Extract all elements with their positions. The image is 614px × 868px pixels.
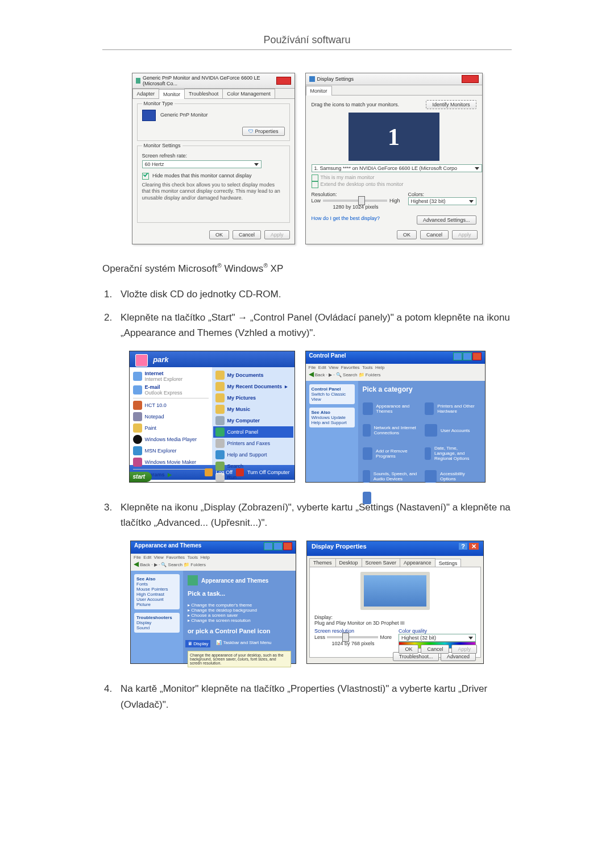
- resolution-label: Screen resolution: [314, 628, 392, 634]
- start-item[interactable]: Notepad: [133, 411, 209, 422]
- task-link[interactable]: ▸ Change the computer's theme: [188, 603, 291, 608]
- colors-select[interactable]: Highest (32 bit): [408, 197, 476, 205]
- logoff-label[interactable]: Log Off: [216, 470, 233, 475]
- cancel-button[interactable]: Cancel: [420, 230, 449, 239]
- start-item[interactable]: Windows Movie Maker: [133, 456, 209, 468]
- maximize-icon[interactable]: [463, 352, 472, 360]
- tab-themes[interactable]: Themes: [309, 558, 336, 567]
- or-pick-header: or pick a Control Panel icon: [188, 628, 291, 634]
- cancel-button[interactable]: Cancel: [233, 230, 261, 239]
- ok-button[interactable]: OK: [209, 230, 229, 239]
- tab-appearance[interactable]: Appearance: [400, 558, 435, 567]
- start-item[interactable]: MSN Explorer: [133, 445, 209, 456]
- apply-button[interactable]: Apply: [451, 645, 477, 654]
- start-button[interactable]: start: [130, 472, 152, 482]
- category-item[interactable]: Add or Remove Programs: [363, 446, 418, 461]
- display-select[interactable]: 1. Samsung **** on NVIDIA GeForce 6600 L…: [312, 164, 482, 172]
- resolution-slider[interactable]: [327, 636, 378, 638]
- category-item[interactable]: Printers and Other Hardware: [425, 402, 480, 415]
- apply-button[interactable]: Apply: [452, 230, 478, 239]
- start-item[interactable]: My Documents: [215, 369, 291, 381]
- tab-monitor[interactable]: Monitor: [159, 89, 185, 99]
- advanced-settings-button[interactable]: Advanced Settings...: [417, 215, 476, 225]
- back-icon[interactable]: ◀: [309, 370, 314, 378]
- monitor-icon: [142, 110, 156, 121]
- category-item[interactable]: Performance and Maintenance: [363, 492, 418, 504]
- forward-icon[interactable]: ▶: [329, 372, 332, 377]
- slider-more: More: [380, 634, 392, 640]
- identify-monitors-button[interactable]: Identify Monitors: [426, 100, 476, 109]
- close-icon[interactable]: [283, 542, 292, 550]
- resolution-value: 1024 by 768 pixels: [314, 641, 392, 646]
- category-icon: [363, 402, 373, 415]
- tab-screensaver[interactable]: Screen Saver: [362, 558, 401, 567]
- start-item[interactable]: HCT 10.0: [133, 400, 209, 411]
- chevron-down-icon: [475, 167, 479, 170]
- category-item[interactable]: Appearance and Themes: [363, 402, 418, 415]
- toolbar: File Edit View Favorites Tools Help ◀ Ba…: [306, 364, 485, 382]
- best-display-link[interactable]: How do I get the best display?: [312, 215, 380, 225]
- maximize-icon[interactable]: [273, 542, 283, 550]
- tab-monitor[interactable]: Monitor: [306, 86, 332, 95]
- user-avatar-icon: [135, 354, 148, 367]
- start-item[interactable]: My Music: [215, 404, 291, 415]
- tab-desktop[interactable]: Desktop: [335, 558, 362, 567]
- sidebar-link[interactable]: Windows Update: [312, 415, 346, 420]
- help-icon: [215, 450, 225, 459]
- start-item[interactable]: Printers and Faxes: [215, 438, 291, 449]
- close-icon[interactable]: [276, 77, 291, 85]
- sidebar-box: See AlsoFontsMouse PointersHigh Contrast…: [134, 574, 180, 609]
- help-icon[interactable]: ?: [459, 543, 467, 550]
- user-name: park: [153, 356, 168, 364]
- ok-button[interactable]: OK: [399, 645, 418, 654]
- sidebar-box: TroubleshootersDisplaySound: [134, 613, 180, 633]
- start-item[interactable]: Help and Support: [215, 449, 291, 460]
- category-item[interactable]: Network and Internet Connections: [363, 424, 418, 437]
- ok-button[interactable]: OK: [397, 230, 417, 239]
- category-item[interactable]: Date, Time, Language, and Regional Optio…: [425, 446, 480, 461]
- tab-troubleshoot[interactable]: Troubleshoot: [184, 89, 223, 98]
- task-link[interactable]: ▸ Choose a screen saver: [188, 613, 291, 618]
- turnoff-label[interactable]: Turn Off Computer: [247, 470, 290, 475]
- monitor-preview[interactable]: 1: [349, 113, 439, 161]
- category-item[interactable]: User Accounts: [425, 424, 480, 437]
- tab-adapter[interactable]: Adapter: [132, 89, 160, 98]
- start-item-internet[interactable]: InternetInternet Explorer: [133, 369, 209, 383]
- shutdown-icon[interactable]: [236, 468, 244, 476]
- msn-icon: [133, 446, 142, 455]
- start-item[interactable]: My Computer: [215, 415, 291, 426]
- close-icon[interactable]: ✕: [469, 543, 479, 550]
- start-item[interactable]: Paint: [133, 422, 209, 434]
- close-icon[interactable]: [462, 75, 479, 83]
- category-item[interactable]: Accessibility Options: [425, 470, 480, 483]
- tab-color-management[interactable]: Color Management: [222, 89, 275, 98]
- cp-icon-taskbar[interactable]: 📊 Taskbar and Start Menu: [216, 640, 271, 647]
- sidebar: Control PanelSwitch to Classic View See …: [306, 381, 358, 482]
- sidebar-link[interactable]: Help and Support: [312, 420, 347, 425]
- minimize-icon[interactable]: [264, 542, 273, 550]
- start-item[interactable]: My Recent Documents ▸: [215, 381, 291, 392]
- cp-icon-display[interactable]: 🖥 Display: [185, 640, 210, 647]
- switch-view-link[interactable]: Switch to Classic View: [312, 392, 346, 402]
- hide-modes-checkbox[interactable]: [142, 173, 149, 180]
- folder-icon: [215, 382, 225, 391]
- apply-button[interactable]: Apply: [264, 230, 290, 239]
- minimize-icon[interactable]: [453, 352, 462, 360]
- start-item-control-panel[interactable]: Control Panel: [213, 426, 293, 438]
- task-link[interactable]: ▸ Change the desktop background: [188, 608, 291, 613]
- color-quality-select[interactable]: Highest (32 bit): [399, 634, 476, 642]
- category-item[interactable]: Sounds, Speech, and Audio Devices: [363, 470, 418, 483]
- close-icon[interactable]: [472, 352, 482, 360]
- start-item-email[interactable]: E-mailOutlook Express: [133, 383, 209, 397]
- cancel-button[interactable]: Cancel: [421, 645, 449, 654]
- logoff-icon[interactable]: [205, 468, 213, 476]
- group-legend: Monitor Type: [142, 101, 175, 106]
- start-item[interactable]: My Pictures: [215, 392, 291, 404]
- start-item[interactable]: Windows Media Player: [133, 434, 209, 445]
- refresh-rate-select[interactable]: 60 Hertz: [142, 160, 262, 168]
- properties-button[interactable]: 🛡 Properties: [242, 127, 285, 136]
- resolution-slider[interactable]: [323, 200, 387, 202]
- tab-settings[interactable]: Settings: [435, 559, 462, 567]
- task-link[interactable]: ▸ Change the screen resolution: [188, 618, 291, 623]
- moviemaker-icon: [133, 458, 142, 467]
